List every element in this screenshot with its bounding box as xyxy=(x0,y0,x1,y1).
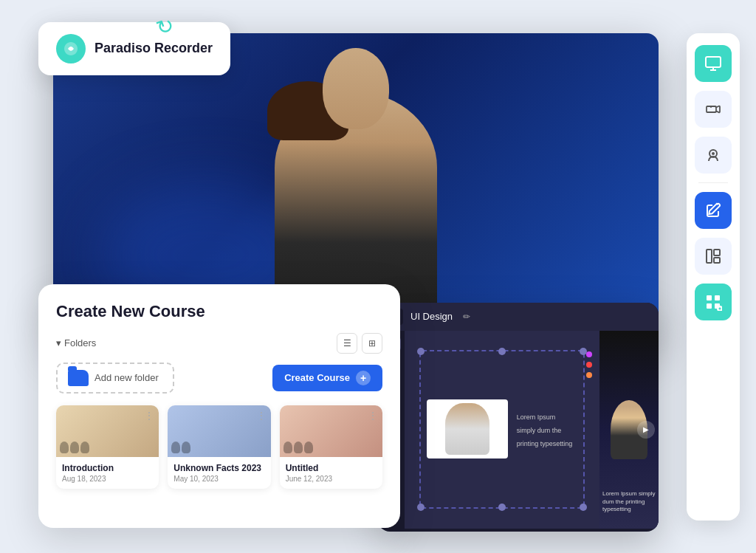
course-info: Untitled June 12, 2023 xyxy=(280,457,382,489)
create-course-button[interactable]: Create Course + xyxy=(272,365,382,391)
sidebar-item-grid[interactable] xyxy=(695,284,732,320)
svg-rect-0 xyxy=(706,57,721,67)
editor-title: UI Design xyxy=(410,311,453,322)
course-menu-icon[interactable]: ⋮ xyxy=(144,410,154,422)
editor-main: ⊞ Aa ⊡ ▶ ♪ ⛓ ⊞ ✏ ⊟ Lorem Ipsum simply du… xyxy=(378,331,659,529)
course-name: Introduction xyxy=(62,463,153,473)
sidebar-item-edit[interactable] xyxy=(695,192,732,229)
add-folder-button[interactable]: Add new folder xyxy=(56,363,174,394)
person-dot xyxy=(284,442,292,453)
course-date: May 10, 2023 xyxy=(173,475,264,483)
folders-header: ▾ Folders ☰ ⊞ xyxy=(56,333,382,354)
plus-icon: + xyxy=(356,371,371,385)
person-dot xyxy=(70,442,79,453)
person-dot xyxy=(304,442,313,453)
logo-card: Paradiso Recorder xyxy=(38,22,230,75)
logo-icon xyxy=(56,34,86,63)
canvas-side-dots xyxy=(586,351,592,378)
folders-actions: Add new folder Create Course + xyxy=(56,363,382,394)
svg-rect-6 xyxy=(714,258,720,263)
canvas-video-thumbnail xyxy=(427,399,508,458)
lorem-right-text: Lorem Ipsum simply dum the printing type… xyxy=(602,490,656,513)
svg-rect-4 xyxy=(707,250,712,263)
dot-purple xyxy=(586,351,592,357)
course-menu-icon[interactable]: ⋮ xyxy=(256,410,267,422)
add-folder-label: Add new folder xyxy=(94,372,159,383)
person-dot xyxy=(80,442,89,453)
chevron-down-icon: ▾ xyxy=(56,337,61,348)
course-menu-icon[interactable]: ⋮ xyxy=(368,410,378,422)
canvas-content: Lorem Ipsum simply dum the printing type… xyxy=(419,350,585,508)
play-button-overlay[interactable]: ▶ xyxy=(637,421,655,439)
lorem-text: Lorem Ipsum simply dum the printing type… xyxy=(517,413,573,447)
sidebar-item-camera[interactable] xyxy=(695,91,732,128)
scene-wrapper: Paradiso Recorder ↻ Create New Course ▾ … xyxy=(16,11,740,543)
course-info: Introduction Aug 18, 2023 xyxy=(56,457,159,489)
folder-icon xyxy=(68,370,89,386)
course-card[interactable]: Untitled June 12, 2023 ⋮ xyxy=(280,405,382,489)
people-icons xyxy=(60,442,89,453)
people-icons xyxy=(284,442,313,453)
create-course-label: Create Course xyxy=(284,372,350,383)
logo-text: Paradiso Recorder xyxy=(94,41,213,56)
presenter-mini xyxy=(445,403,489,455)
presenter-head xyxy=(323,48,389,129)
person-dot xyxy=(60,442,69,453)
folders-view-icons: ☰ ⊞ xyxy=(337,333,382,354)
canvas-text-block: Lorem Ipsum simply dum the printing type… xyxy=(514,406,577,452)
sidebar-item-layout[interactable] xyxy=(695,238,732,275)
sidebar-item-screen[interactable] xyxy=(695,45,732,82)
svg-rect-8 xyxy=(715,295,720,300)
resize-handle-mb[interactable] xyxy=(498,504,506,511)
person-dot xyxy=(171,442,180,453)
course-card[interactable]: Introduction Aug 18, 2023 ⋮ xyxy=(56,405,159,489)
svg-rect-7 xyxy=(707,295,712,300)
svg-point-1 xyxy=(710,106,712,108)
list-view-btn[interactable]: ☰ xyxy=(337,333,357,354)
sidebar-divider xyxy=(698,182,728,183)
panel-title: Create New Course xyxy=(56,302,382,321)
course-name: Unknown Facts 2023 xyxy=(173,463,264,473)
right-image-panel: ▶ Lorem Ipsum simply dum the printing ty… xyxy=(599,331,659,529)
person-dot xyxy=(294,442,303,453)
editor-topbar: ◂ UI Design ✏ xyxy=(378,303,659,331)
editor-panel: ◂ UI Design ✏ ⊞ Aa ⊡ ▶ ♪ ⛓ ⊞ ✏ ⊟ xyxy=(378,303,659,532)
course-card[interactable]: Unknown Facts 2023 May 10, 2023 ⋮ xyxy=(168,405,270,489)
course-date: Aug 18, 2023 xyxy=(62,475,153,483)
sidebar-item-webcam[interactable] xyxy=(695,137,732,174)
course-cards-container: Introduction Aug 18, 2023 ⋮ Unknown Fact… xyxy=(56,405,382,489)
dot-red xyxy=(586,362,592,368)
svg-rect-5 xyxy=(714,250,720,255)
svg-rect-9 xyxy=(707,303,712,309)
svg-point-3 xyxy=(712,152,715,155)
resize-handle-tl[interactable] xyxy=(417,348,425,355)
editor-pencil-icon[interactable]: ✏ xyxy=(463,312,470,322)
course-info: Unknown Facts 2023 May 10, 2023 xyxy=(168,457,270,489)
create-course-panel: Create New Course ▾ Folders ☰ ⊞ Add new … xyxy=(38,284,400,528)
right-sidebar xyxy=(687,33,740,521)
grid-view-btn[interactable]: ⊞ xyxy=(362,333,382,354)
folders-label: ▾ Folders xyxy=(56,337,96,348)
course-date: June 12, 2023 xyxy=(286,475,377,483)
editor-canvas: Lorem Ipsum simply dum the printing type… xyxy=(405,331,599,529)
course-name: Untitled xyxy=(286,463,377,473)
resize-handle-mt[interactable] xyxy=(498,348,506,355)
resize-handle-br[interactable] xyxy=(580,504,587,511)
resize-handle-bl[interactable] xyxy=(417,504,425,511)
dot-orange xyxy=(586,372,592,378)
people-icons xyxy=(171,442,190,453)
person-dot xyxy=(182,442,190,453)
